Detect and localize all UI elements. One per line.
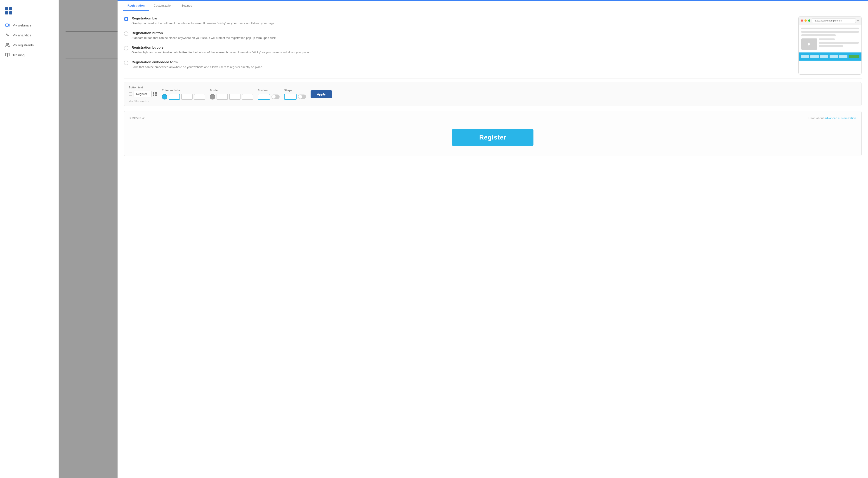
svg-rect-0 <box>5 7 8 10</box>
color-hex-input[interactable] <box>168 94 180 100</box>
svg-rect-2 <box>5 11 8 14</box>
border-controls <box>210 94 253 100</box>
button-text-input[interactable] <box>133 91 152 97</box>
tab-customization[interactable]: Customization <box>149 1 177 11</box>
color-picker-dot[interactable] <box>162 94 167 99</box>
shape-input[interactable] <box>284 94 297 100</box>
reg-option-button-text: Registration button Standard button that… <box>131 31 276 40</box>
sidebar-item-label: My analytics <box>12 33 31 37</box>
main-content: delete • Advanced • Log PREVIEW test You… <box>59 0 868 478</box>
shadow-controls <box>258 94 280 100</box>
modal-body: Registration bar Overlay bar fixed to th… <box>118 11 868 162</box>
shadow-color-input[interactable] <box>258 94 270 100</box>
mockup-url-bar: https://www.example.com <box>812 18 856 23</box>
reg-option-embedded: Registration embedded form Form that can… <box>124 60 793 69</box>
sidebar-item-label: My registrants <box>12 43 34 47</box>
sidebar-item-my-analytics[interactable]: My analytics <box>0 30 59 40</box>
border-color-input[interactable] <box>217 94 228 100</box>
registration-options: Registration bar Overlay bar fixed to th… <box>124 16 793 74</box>
color-size-group: Color and size <box>162 89 205 100</box>
modal-panel: Registration Customization Settings Regi… <box>118 0 868 478</box>
preview-link-text: Read about advanced customization <box>809 116 856 120</box>
reg-option-embedded-label: Registration embedded form <box>131 60 263 64</box>
sidebar-item-label: My webinars <box>12 23 31 27</box>
play-icon <box>807 42 811 47</box>
shape-group: Shape <box>284 89 306 100</box>
modal-tabs: Registration Customization Settings <box>118 1 868 11</box>
preview-register-button[interactable]: Register <box>452 129 533 146</box>
reg-option-bar-desc: Overlay bar fixed to the bottom of the i… <box>131 21 275 26</box>
mockup-bar-item <box>801 55 809 58</box>
button-text-controls <box>129 91 157 97</box>
max-chars-note: Max 50 characters <box>129 100 157 102</box>
svg-rect-4 <box>6 24 8 26</box>
sidebar-item-training[interactable]: Training <box>0 50 59 60</box>
sidebar-item-label: Training <box>12 53 25 57</box>
mockup-line <box>819 42 859 43</box>
shadow-toggle[interactable] <box>272 94 280 99</box>
button-text-group: Button text Max 50 characters <box>129 86 157 102</box>
mockup-menu-icon: ≡ <box>857 19 859 23</box>
tab-registration[interactable]: Registration <box>123 1 149 11</box>
reg-option-bubble-label: Registration bubble <box>131 46 309 49</box>
preview-button-container: Register <box>129 124 856 151</box>
sidebar: My webinars My analytics My registrants … <box>0 0 59 478</box>
mockup-bar-item <box>820 55 828 58</box>
divider <box>124 78 862 79</box>
reg-option-button: Registration button Standard button that… <box>124 31 793 40</box>
mockup-video-row <box>801 38 859 50</box>
size-input[interactable] <box>181 94 193 100</box>
shape-controls <box>284 94 306 100</box>
shadow-label: Shadow <box>258 89 280 92</box>
button-text-checkbox[interactable] <box>129 92 132 96</box>
preview-header: PREVIEW Read about advanced customizatio… <box>129 116 856 120</box>
radio-registration-bubble[interactable] <box>124 46 128 51</box>
mockup-line <box>801 34 836 36</box>
reg-option-bar-label: Registration bar <box>131 16 275 20</box>
custom-bar-row: Button text Max 50 characters <box>129 86 857 102</box>
svg-marker-7 <box>808 42 811 46</box>
mockup-bar-item <box>839 55 847 58</box>
reg-option-button-desc: Standard button that can be placed anywh… <box>131 36 276 40</box>
chart-icon <box>5 33 10 37</box>
mockup-line <box>819 45 843 47</box>
border-color-dot[interactable] <box>210 94 215 99</box>
radio-registration-bar[interactable] <box>124 17 128 21</box>
reg-option-bubble-text: Registration bubble Overlay, light and n… <box>131 46 309 55</box>
apply-button[interactable]: Apply <box>311 90 332 98</box>
mockup-video-thumb <box>801 38 817 50</box>
traffic-light-red <box>801 20 803 22</box>
size-input-2[interactable] <box>194 94 205 100</box>
mockup-bottom-bar <box>799 53 862 61</box>
mockup-bar-accent <box>849 55 859 58</box>
mockup-video-lines <box>819 38 859 50</box>
button-text-label: Button text <box>129 86 157 89</box>
mockup-browser-bar: https://www.example.com ≡ <box>799 17 862 25</box>
tab-settings[interactable]: Settings <box>177 1 196 11</box>
sidebar-logo <box>0 4 59 20</box>
shape-toggle[interactable] <box>298 94 306 99</box>
mockup-line <box>819 38 835 40</box>
border-size-input[interactable] <box>229 94 241 100</box>
reg-option-bubble-desc: Overlay, light and non-intrusive bubble … <box>131 50 309 55</box>
mockup-line <box>801 31 859 33</box>
users-icon <box>5 43 10 47</box>
text-format-icon[interactable] <box>153 92 157 96</box>
advanced-customization-link[interactable]: advanced customization <box>825 116 856 120</box>
reg-option-bubble: Registration bubble Overlay, light and n… <box>124 46 793 55</box>
svg-point-6 <box>6 43 8 45</box>
color-size-label: Color and size <box>162 89 205 92</box>
preview-section: PREVIEW Read about advanced customizatio… <box>124 111 862 156</box>
sidebar-item-my-registrants[interactable]: My registrants <box>0 40 59 50</box>
modal-top-row: Registration bar Overlay bar fixed to th… <box>124 16 862 74</box>
sidebar-item-my-webinars[interactable]: My webinars <box>0 20 59 30</box>
radio-registration-button[interactable] <box>124 31 128 36</box>
mockup-line <box>801 28 859 29</box>
reg-option-embedded-text: Registration embedded form Form that can… <box>131 60 263 69</box>
book-icon <box>5 53 10 57</box>
svg-rect-1 <box>9 7 12 10</box>
border-radius-input[interactable] <box>242 94 253 100</box>
radio-registration-embedded[interactable] <box>124 61 128 65</box>
preview-label: PREVIEW <box>129 116 145 120</box>
shape-label: Shape <box>284 89 306 92</box>
